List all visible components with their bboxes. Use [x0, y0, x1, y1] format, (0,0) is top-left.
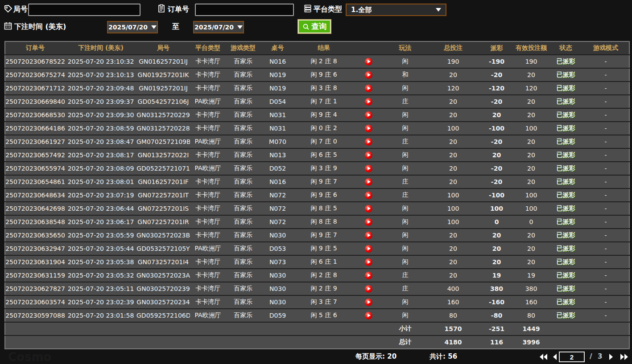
cell-order-id: 250720230664186 [5, 122, 65, 135]
cell-round-id: GN0302572023B [136, 229, 190, 242]
cell-payout: -190 [480, 55, 513, 68]
order-id-input[interactable] [195, 4, 294, 16]
play-video-icon[interactable] [365, 285, 372, 293]
cell-table-no: N072 [260, 188, 295, 202]
cell-total-bet: 20 [426, 269, 480, 282]
cell-bet-time: 2025-07-20 23:05:11 [65, 282, 136, 295]
cell-status: 已派彩 [549, 255, 582, 269]
cell-game-mode: - [582, 148, 629, 162]
play-video-icon[interactable] [365, 232, 372, 239]
cell-game-type: 百家乐 [226, 188, 260, 202]
cell-valid-bet: 100 [513, 188, 549, 202]
play-video-icon[interactable] [365, 98, 372, 106]
cell-play: 闲 [384, 215, 426, 229]
cell-valid-bet: 20 [513, 95, 549, 108]
platform-type-select[interactable]: 1.全部 [346, 4, 446, 16]
first-page-icon[interactable] [539, 353, 548, 361]
cell-game-type: 百家乐 [226, 148, 260, 162]
table-row: 2507202306574922025-07-20 23:08:17GN0132… [5, 148, 629, 162]
cell-result: 闲 3 庄 7 [295, 295, 353, 309]
cell-bet-time: 2025-07-20 23:08:09 [65, 162, 136, 175]
table-row: 2507202306641862025-07-20 23:08:59GN0312… [5, 122, 629, 135]
play-video-icon[interactable] [365, 125, 372, 132]
play-video-icon[interactable] [365, 205, 372, 213]
cell-bet-time: 2025-07-20 23:08:47 [65, 135, 136, 148]
subtotal-row-label: 小计 [384, 322, 426, 335]
cell-order-id: 250720230597088 [5, 309, 65, 322]
cell-round-id: GN072257201IR [136, 215, 190, 229]
cell-table-no: N031 [260, 108, 295, 122]
cell-result: 闲 9 庄 5 [295, 242, 353, 255]
cell-game-type: 百家乐 [226, 68, 260, 82]
cell-result: 闲 8 庄 8 [295, 215, 353, 229]
per-page-label: 每页显示: 20 [355, 352, 397, 361]
play-video-icon[interactable] [365, 258, 372, 266]
cell-result: 闲 9 庄 6 [295, 68, 353, 82]
play-video-icon[interactable] [365, 312, 372, 319]
last-page-icon[interactable] [620, 353, 629, 361]
date-from-value: 2025/07/20 [108, 24, 148, 31]
table-row: 2507202306548612025-07-20 23:08:01GN0162… [5, 175, 629, 188]
cell-order-id: 250720230675274 [5, 68, 65, 82]
cell-play-icon [353, 55, 384, 68]
pagination-bar: 每页显示: 20 共计: 56 / 3 [0, 350, 632, 364]
cell-game-type: 百家乐 [226, 55, 260, 68]
cell-round-id: GD0592572106D [136, 309, 190, 322]
cell-game-type: 百家乐 [226, 135, 260, 148]
cell-play: 闲 [384, 295, 426, 309]
cell-result: 闲 2 庄 9 [295, 282, 353, 295]
play-video-icon[interactable] [365, 138, 372, 146]
cell-game-type: 百家乐 [226, 175, 260, 188]
date-from-picker[interactable]: 2025/07/20 [107, 21, 158, 33]
cell-order-id: 250720230654861 [5, 175, 65, 188]
table-row: 2507202306035742025-07-20 23:02:39GN0302… [5, 295, 629, 309]
cell-result: 闲 3 庄 9 [295, 162, 353, 175]
play-video-icon[interactable] [365, 272, 372, 279]
search-button[interactable]: 查询 [297, 19, 331, 34]
play-video-icon[interactable] [365, 165, 372, 172]
table-row: 2507202306685302025-07-20 23:09:30GN0312… [5, 108, 629, 122]
cell-round-id: GN016257201IJ [136, 55, 190, 68]
play-video-icon[interactable] [365, 218, 372, 226]
cell-order-id: 250720230678522 [5, 55, 65, 68]
clipboard-icon [157, 4, 166, 13]
cell-round-id: GN016257201IF [136, 175, 190, 188]
cell-platform: 卡卡湾厅 [190, 148, 226, 162]
play-video-icon[interactable] [365, 58, 372, 65]
cell-order-id: 250720230648634 [5, 188, 65, 202]
cell-round-id: GD0542572106J [136, 95, 190, 108]
column-header: 桌号 [260, 41, 295, 55]
cell-game-mode: - [582, 229, 629, 242]
chevron-down-icon [151, 25, 157, 29]
play-video-icon[interactable] [365, 192, 372, 199]
cell-table-no: N013 [260, 148, 295, 162]
current-page-input[interactable] [559, 352, 585, 362]
cell-result: 闲 9 庄 4 [295, 108, 353, 122]
play-video-icon[interactable] [365, 85, 372, 92]
play-video-icon[interactable] [365, 299, 372, 306]
cell-table-no: D059 [260, 309, 295, 322]
play-video-icon[interactable] [365, 245, 372, 253]
cell-total-bet: 20 [426, 95, 480, 108]
cell-payout: -20 [480, 175, 513, 188]
cell-status: 已派彩 [549, 55, 582, 68]
play-video-icon[interactable] [365, 178, 372, 186]
round-id-input[interactable] [28, 4, 140, 16]
cell-table-no: N072 [260, 202, 295, 215]
cell-platform: 卡卡湾厅 [190, 269, 226, 282]
subtotal-row-valid-bet: 1449 [513, 322, 549, 335]
prev-page-icon[interactable] [550, 353, 559, 361]
play-video-icon[interactable] [365, 111, 372, 119]
play-video-icon[interactable] [365, 151, 372, 159]
cell-status: 已派彩 [549, 242, 582, 255]
cell-total-bet: 100 [426, 202, 480, 215]
cell-play-icon [353, 175, 384, 188]
play-video-icon[interactable] [365, 71, 372, 79]
cell-bet-time: 2025-07-20 23:05:44 [65, 242, 136, 255]
total-count-label: 共计: 56 [430, 352, 457, 361]
cell-valid-bet: 20 [513, 255, 549, 269]
cell-game-type: 百家乐 [226, 215, 260, 229]
date-to-picker[interactable]: 2025/07/20 [193, 21, 244, 33]
cell-game-type: 百家乐 [226, 242, 260, 255]
next-page-icon[interactable] [607, 353, 615, 361]
